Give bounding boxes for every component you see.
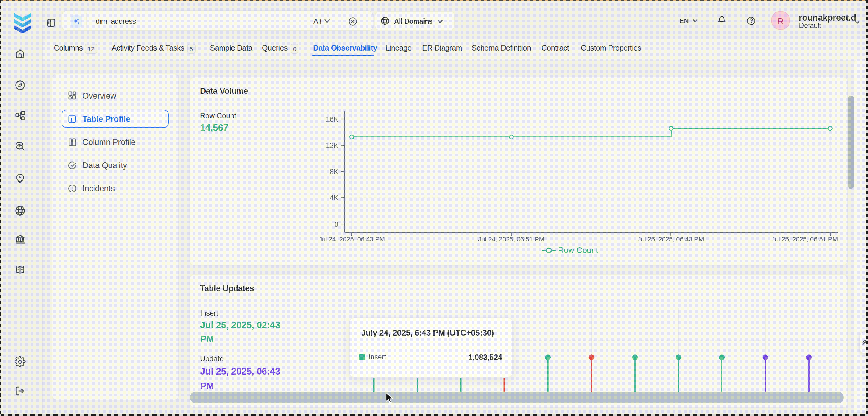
svg-text:Jul 25, 2025, 06:51 PM: Jul 25, 2025, 06:51 PM (771, 235, 838, 243)
svg-text:8K: 8K (330, 167, 338, 175)
svg-text:16K: 16K (326, 115, 338, 123)
svg-text:12K: 12K (326, 141, 338, 149)
svg-text:Jul 25, 2025, 06:43 PM: Jul 25, 2025, 06:43 PM (638, 235, 704, 243)
svg-text:Jul 24, 2025, 06:51 PM: Jul 24, 2025, 06:51 PM (478, 235, 544, 243)
svg-text:Row Count: Row Count (558, 246, 598, 255)
svg-text:4K: 4K (330, 194, 338, 202)
svg-text:0: 0 (334, 220, 338, 228)
svg-text:Jul 24, 2025, 06:43 PM: Jul 24, 2025, 06:43 PM (318, 235, 384, 243)
